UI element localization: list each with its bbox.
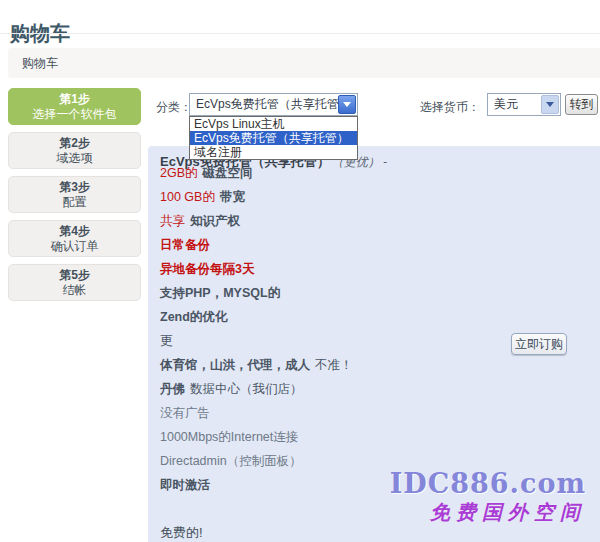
feature-line: 1000Mbps的Internet连接: [160, 431, 520, 444]
feature-line: Zend的优化: [160, 311, 520, 324]
chevron-down-icon[interactable]: [338, 95, 356, 114]
step-number: 第4步: [9, 225, 140, 238]
category-select-value: EcVps免费托管（共享托管）: [196, 97, 351, 111]
breadcrumb: 购物车: [8, 48, 600, 78]
title-divider: [0, 33, 600, 34]
chevron-down-icon[interactable]: [541, 95, 559, 114]
step-label: 结帐: [9, 283, 140, 297]
step-2-button[interactable]: 第2步 域选项: [8, 132, 141, 169]
step-label: 选择一个软件包: [9, 107, 140, 121]
watermark-domain: IDC886.com: [390, 470, 586, 498]
feature-line: 异地备份每隔3天: [160, 263, 520, 276]
feature-line: 更: [160, 335, 520, 348]
watermark-slogan: 免费国外空间: [390, 500, 586, 524]
step-4-button[interactable]: 第4步 确认订单: [8, 220, 141, 257]
steps-sidebar: 第1步 选择一个软件包 第2步 域选项 第3步 配置 第4步 确认订单 第5步 …: [8, 88, 141, 308]
category-select[interactable]: EcVps免费托管（共享托管）: [189, 93, 358, 116]
feature-line: 共享知识产权: [160, 215, 520, 228]
order-now-button[interactable]: 立即订购: [511, 333, 567, 355]
dropdown-option[interactable]: EcVps Linux主机: [190, 117, 357, 131]
feature-list: 2GB的磁盘空间 100 GB的带宽 共享知识产权 日常备份 异地备份每隔3天 …: [160, 167, 520, 503]
step-label: 域选项: [9, 151, 140, 165]
step-label: 配置: [9, 195, 140, 209]
currency-select-value: 美元: [494, 97, 518, 111]
step-number: 第1步: [9, 93, 140, 106]
step-number: 第2步: [9, 137, 140, 150]
feature-line: 日常备份: [160, 239, 520, 252]
category-label: 分类：: [156, 99, 192, 116]
free-note: 免费的!: [160, 524, 203, 542]
category-dropdown-list: EcVps Linux主机 EcVps免费托管（共享托管） 域名注册: [189, 116, 358, 160]
step-label: 确认订单: [9, 239, 140, 253]
go-button[interactable]: 转到: [565, 94, 598, 115]
step-5-button[interactable]: 第5步 结帐: [8, 264, 141, 301]
feature-line: Directadmin（控制面板）: [160, 455, 520, 468]
feature-line: 体育馆，山洪，代理，成人不准！: [160, 359, 520, 372]
breadcrumb-link[interactable]: 购物车: [22, 56, 58, 70]
dropdown-option[interactable]: 域名注册: [190, 145, 357, 159]
feature-line: 支持PHP，MYSQL的: [160, 287, 520, 300]
feature-line: 没有广告: [160, 407, 520, 420]
step-1-button[interactable]: 第1步 选择一个软件包: [8, 88, 141, 125]
step-number: 第3步: [9, 181, 140, 194]
step-number: 第5步: [9, 269, 140, 282]
currency-label: 选择货币：: [420, 99, 480, 116]
feature-line: 丹佛数据中心（我们店）: [160, 383, 520, 396]
feature-line: 100 GB的带宽: [160, 191, 520, 204]
step-3-button[interactable]: 第3步 配置: [8, 176, 141, 213]
currency-select[interactable]: 美元: [487, 93, 561, 116]
dropdown-option-selected[interactable]: EcVps免费托管（共享托管）: [190, 131, 357, 145]
watermark: IDC886.com 免费国外空间: [390, 470, 586, 524]
